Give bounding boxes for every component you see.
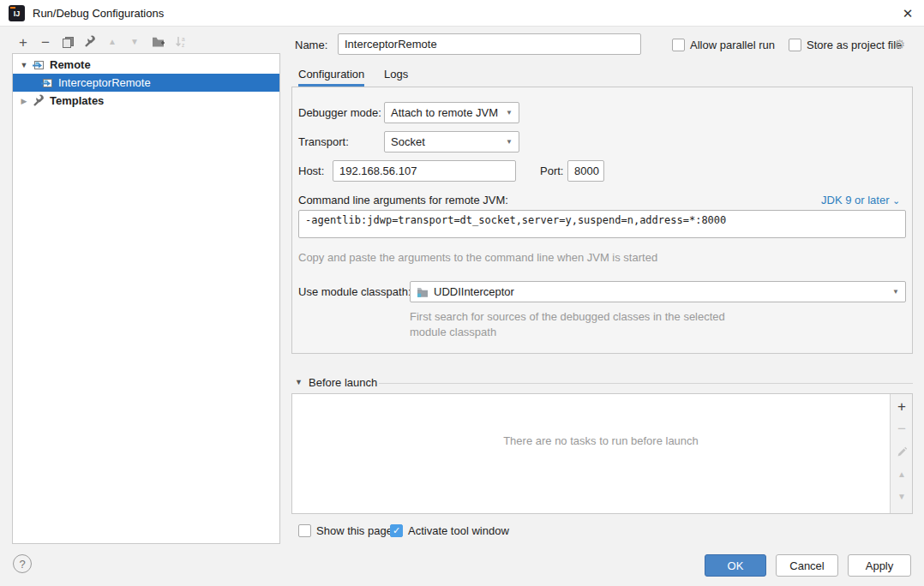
debugger-mode-select[interactable]: Attach to remote JVM ▼ [384, 102, 519, 123]
pencil-icon [897, 446, 908, 457]
before-launch-empty-text: There are no tasks to run before launch [464, 434, 738, 447]
before-launch-title: Before launch [309, 376, 377, 389]
window-title: Run/Debug Configurations [33, 7, 164, 20]
activate-tool-window-checkbox[interactable]: ✓ [390, 524, 403, 537]
cmd-args-input[interactable]: -agentlib:jdwp=transport=dt_socket,serve… [298, 210, 906, 238]
plus-icon: + [897, 398, 906, 416]
add-configuration-button[interactable]: + [14, 33, 33, 51]
minus-icon: − [897, 421, 906, 438]
move-up-button: ▲ [103, 33, 122, 51]
close-icon[interactable]: ✕ [897, 3, 919, 24]
before-launch-move-down-button: ▼ [891, 487, 913, 505]
svg-text:a: a [182, 36, 185, 42]
arrow-down-icon: ▼ [130, 38, 139, 46]
cmd-args-label: Command line arguments for remote JVM: [298, 194, 508, 206]
gear-icon[interactable]: ⚙ [894, 37, 905, 52]
chevron-down-icon: ▼ [506, 138, 513, 146]
before-launch-panel: There are no tasks to run before launch … [291, 393, 913, 514]
copy-icon [62, 36, 75, 49]
module-classpath-select[interactable]: UDDIInterceptor ▼ [410, 281, 906, 302]
move-down-button: ▼ [125, 33, 144, 51]
cmd-args-hint: Copy and paste the arguments to the comm… [298, 251, 657, 264]
jdk-version-selector[interactable]: JDK 9 or later ⌄ [821, 194, 900, 206]
port-label: Port: [540, 164, 563, 177]
allow-parallel-run-label: Allow parallel run [690, 39, 775, 51]
activate-tool-window-label: Activate tool window [408, 524, 509, 537]
question-mark-icon: ? [19, 558, 25, 571]
copy-configuration-button[interactable] [58, 33, 77, 51]
remove-configuration-button[interactable]: − [36, 33, 55, 51]
transport-label: Transport: [298, 135, 349, 148]
cancel-button[interactable]: Cancel [776, 554, 838, 577]
show-this-page-label: Show this page [316, 524, 393, 537]
sort-configurations-button: a z [171, 33, 190, 51]
arrow-down-icon: ▼ [897, 492, 906, 501]
edit-templates-button[interactable] [81, 33, 99, 51]
folder-plus-icon [152, 36, 165, 48]
check-icon: ✓ [393, 525, 400, 536]
chevron-down-icon: ⌄ [892, 195, 900, 206]
sort-az-icon: a z [174, 35, 188, 49]
tree-item-remote-group[interactable]: ▼ Remote [13, 56, 279, 74]
module-classpath-hint-line1: First search for sources of the debugged… [410, 310, 725, 323]
host-input[interactable]: 192.168.56.107 [333, 160, 516, 182]
chevron-down-icon: ▼ [506, 109, 513, 117]
tree-item-interceptor-remote[interactable]: InterceptorRemote [13, 74, 279, 92]
store-as-project-file-checkbox[interactable] [789, 39, 801, 51]
name-label: Name: [295, 39, 327, 51]
allow-parallel-run-checkbox[interactable] [672, 39, 685, 51]
remote-config-icon [32, 58, 45, 72]
create-folder-button[interactable] [149, 33, 168, 51]
configurations-tree: ▼ Remote InterceptorRemote ▶ Templates [12, 53, 280, 544]
tree-item-label: InterceptorRemote [58, 76, 151, 89]
svg-text:z: z [182, 42, 184, 48]
tree-item-templates-group[interactable]: ▶ Templates [13, 92, 279, 110]
arrow-up-icon: ▲ [897, 469, 906, 479]
store-as-project-file-label: Store as project file [807, 39, 902, 51]
arrow-up-icon: ▲ [108, 38, 117, 46]
before-launch-move-up-button: ▲ [891, 464, 913, 483]
ok-button[interactable]: OK [705, 554, 766, 577]
before-launch-add-button[interactable]: + [891, 398, 913, 416]
before-launch-edit-button [891, 442, 913, 461]
tab-logs[interactable]: Logs [384, 68, 408, 87]
show-this-page-checkbox[interactable] [298, 524, 311, 537]
before-launch-remove-button: − [891, 420, 913, 439]
module-classpath-label: Use module classpath: [298, 285, 411, 298]
wrench-icon [32, 94, 45, 108]
remote-config-icon [40, 76, 54, 90]
port-input[interactable]: 8000 [567, 160, 604, 182]
module-classpath-hint-line2: module classpath [410, 326, 496, 338]
minus-icon: − [41, 35, 50, 50]
host-label: Host: [298, 164, 324, 177]
tree-item-label: Templates [50, 94, 104, 107]
chevron-down-icon[interactable]: ▼ [20, 61, 28, 69]
intellij-logo-icon: IJ [9, 5, 25, 21]
help-button[interactable]: ? [13, 554, 32, 573]
module-icon [417, 286, 429, 298]
tree-item-label: Remote [50, 58, 91, 71]
transport-select[interactable]: Socket ▼ [384, 131, 519, 152]
chevron-down-icon: ▼ [892, 288, 899, 296]
chevron-down-icon[interactable]: ▼ [295, 378, 303, 386]
wrench-icon [83, 35, 97, 49]
chevron-right-icon[interactable]: ▶ [20, 97, 28, 105]
debugger-mode-label: Debugger mode: [298, 106, 381, 119]
section-divider [379, 383, 913, 384]
tab-configuration[interactable]: Configuration [298, 68, 364, 87]
plus-icon: + [19, 35, 27, 50]
apply-button[interactable]: Apply [848, 554, 911, 577]
name-input[interactable]: InterceptorRemote [338, 33, 641, 55]
before-launch-toolbar: + − ▲ ▼ [890, 394, 912, 513]
